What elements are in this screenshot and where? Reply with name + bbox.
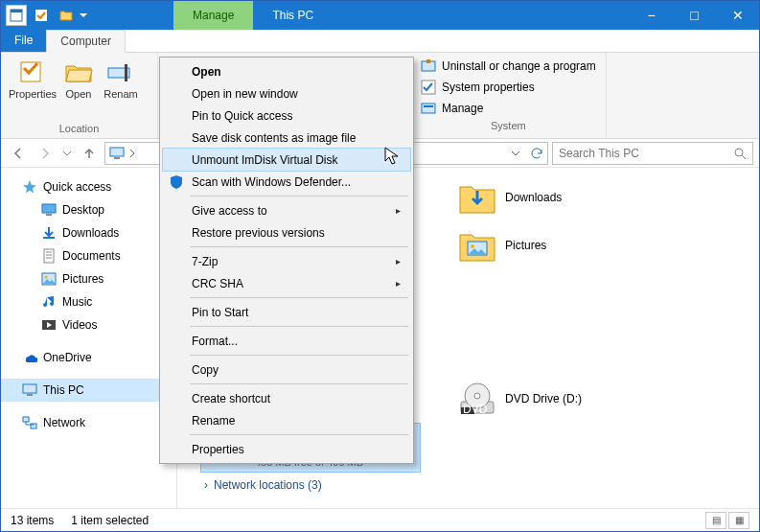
svg-point-19 — [45, 276, 48, 279]
qat-properties[interactable] — [31, 5, 52, 26]
folder-pictures[interactable]: Pictures — [453, 221, 722, 269]
ctx-properties[interactable]: Properties — [163, 438, 410, 460]
desktop-icon — [41, 202, 57, 218]
nav-quick-access[interactable]: Quick access — [1, 175, 176, 198]
nav-forward[interactable] — [34, 142, 57, 165]
nav-documents[interactable]: Documents — [1, 244, 176, 267]
ctx-crc-sha[interactable]: CRC SHA▸ — [163, 272, 410, 294]
ctx-create-shortcut[interactable]: Create shortcut — [163, 387, 410, 409]
svg-rect-11 — [110, 148, 124, 156]
minimize-button[interactable]: − — [630, 1, 673, 30]
ctx-save-disk-image[interactable]: Save disk contents as image file — [163, 127, 410, 149]
window-controls: − □ ✕ — [630, 1, 759, 30]
network-icon — [22, 415, 37, 430]
star-icon — [22, 179, 37, 195]
folder-icon — [59, 9, 73, 22]
nav-recent[interactable] — [60, 142, 74, 165]
ribbon-toggle-icon — [10, 9, 23, 22]
ctx-pin-start[interactable]: Pin to Start — [163, 301, 410, 323]
svg-rect-1 — [11, 10, 22, 12]
downloads-folder-icon — [457, 177, 497, 218]
window-title: This PC — [253, 1, 333, 30]
nav-network[interactable]: Network — [1, 411, 176, 434]
nav-thispc[interactable]: This PC — [1, 379, 176, 402]
rename-icon — [105, 57, 136, 87]
svg-point-26 — [471, 244, 474, 248]
ribbon-manage[interactable]: Manage — [421, 99, 596, 118]
nav-music[interactable]: Music — [1, 290, 176, 313]
nav-back[interactable] — [7, 142, 30, 165]
tab-file[interactable]: File — [1, 29, 46, 52]
properties-icon — [17, 57, 48, 87]
defender-shield-icon — [169, 174, 184, 190]
ribbon-open[interactable]: Open — [58, 55, 99, 123]
system-properties-icon — [421, 80, 436, 95]
ctx-format[interactable]: Format... — [163, 330, 410, 352]
ctx-unmount-imdisk[interactable]: Unmount ImDisk Virtual Disk — [163, 149, 410, 171]
chevron-right-icon — [128, 148, 136, 159]
svg-rect-21 — [23, 384, 36, 393]
arrow-left-icon — [11, 146, 26, 161]
maximize-button[interactable]: □ — [673, 1, 716, 30]
ctx-copy[interactable]: Copy — [163, 359, 410, 381]
qat-ribbon-toggle[interactable] — [6, 5, 27, 26]
chevron-down-icon[interactable] — [511, 149, 520, 158]
qat-new-folder[interactable] — [56, 5, 77, 26]
ctx-restore-versions[interactable]: Restore previous versions — [163, 221, 410, 243]
ctx-scan-defender[interactable]: Scan with Windows Defender... — [163, 171, 410, 193]
pictures-icon — [41, 271, 57, 287]
onedrive-icon — [22, 350, 37, 365]
search-input[interactable]: Search This PC — [552, 142, 753, 165]
nav-pictures[interactable]: Pictures — [1, 267, 176, 290]
svg-rect-2 — [35, 10, 47, 21]
svg-rect-16 — [43, 237, 55, 239]
folder-downloads[interactable]: Downloads — [453, 173, 722, 221]
ribbon-properties[interactable]: Properties — [7, 55, 58, 123]
nav-desktop[interactable]: Desktop — [1, 198, 176, 221]
chevron-right-icon: › — [204, 478, 208, 492]
svg-rect-15 — [46, 214, 52, 216]
ribbon-rename[interactable]: Renam — [99, 55, 143, 123]
ctx-rename[interactable]: Rename — [163, 409, 410, 431]
status-selected-count: 1 item selected — [71, 514, 149, 527]
ribbon-group-location-label: Location — [7, 123, 151, 138]
properties-check-icon — [35, 9, 48, 22]
ribbon-system-properties[interactable]: System properties — [421, 78, 596, 97]
thispc-icon — [109, 146, 125, 161]
ctx-open-new-window[interactable]: Open in new window — [163, 82, 410, 104]
nav-onedrive[interactable]: OneDrive — [1, 346, 176, 369]
pictures-folder-icon — [457, 225, 497, 266]
search-icon — [733, 147, 747, 160]
svg-rect-10 — [424, 105, 433, 107]
ctx-7zip[interactable]: 7-Zip▸ — [163, 250, 410, 272]
close-button[interactable]: ✕ — [716, 1, 759, 30]
tab-computer[interactable]: Computer — [46, 30, 126, 53]
ctx-pin-quick-access[interactable]: Pin to Quick access — [163, 104, 410, 127]
nav-downloads[interactable]: Downloads — [1, 221, 176, 244]
downloads-icon — [41, 225, 57, 241]
drive-dvd[interactable]: DVD DVD Drive (D:) — [453, 375, 722, 423]
nav-up[interactable] — [78, 142, 101, 165]
refresh-icon[interactable] — [530, 147, 543, 160]
open-folder-icon — [63, 57, 94, 87]
section-network-locations[interactable]: › Network locations (3) — [200, 473, 759, 494]
svg-rect-7 — [426, 59, 430, 63]
context-menu: Open Open in new window Pin to Quick acc… — [159, 57, 414, 464]
videos-icon — [41, 317, 57, 333]
ctx-give-access[interactable]: Give access to▸ — [163, 199, 410, 221]
nav-videos[interactable]: Videos — [1, 313, 176, 336]
dvd-drive-icon: DVD — [457, 379, 497, 419]
ribbon-tabs: File Computer — [1, 30, 759, 53]
arrow-right-icon — [37, 146, 53, 161]
uninstall-icon — [421, 58, 436, 74]
navigation-pane: Quick access Desktop Downloads Documents… — [1, 168, 177, 508]
ctx-open[interactable]: Open — [163, 60, 410, 82]
view-large-button[interactable]: ▦ — [728, 512, 749, 529]
svg-rect-9 — [422, 104, 435, 113]
ribbon-uninstall[interactable]: Uninstall or change a program — [421, 57, 596, 76]
thispc-icon — [22, 382, 37, 398]
file-explorer-window: Manage This PC − □ ✕ File Computer Prope… — [0, 0, 760, 532]
view-details-button[interactable]: ▤ — [705, 512, 726, 529]
tab-manage[interactable]: Manage — [173, 1, 253, 30]
qat-dropdown-icon[interactable] — [80, 10, 87, 21]
